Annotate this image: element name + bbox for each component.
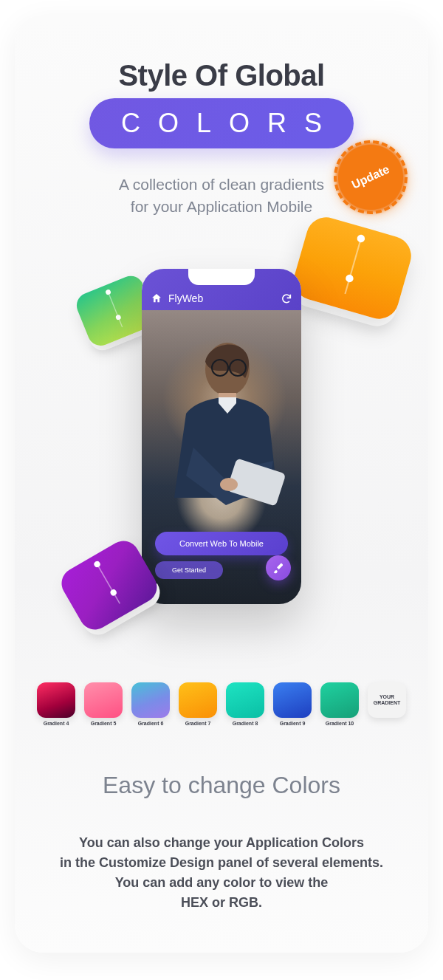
body-line-2: in the Customize Design panel of several… (60, 855, 383, 870)
swatch-gradient-9[interactable]: Gradient 9 (273, 682, 312, 726)
swatch-gradient-7[interactable]: Gradient 7 (179, 682, 217, 726)
body-line-3: You can add any color to view the (115, 875, 329, 890)
section-heading: Easy to change Colors (15, 772, 428, 799)
swatch-gradient-10[interactable]: Gradient 10 (320, 682, 359, 726)
title-pill: COLORS (89, 98, 354, 148)
swatch-gradient-5[interactable]: Gradient 5 (84, 682, 123, 726)
phone-content: Convert Web To Mobile Get Started (142, 310, 301, 604)
app-brand: FlyWeb (168, 292, 203, 304)
section-body: You can also change your Application Col… (15, 833, 428, 913)
convert-button[interactable]: Convert Web To Mobile (155, 532, 288, 555)
swatch-row: Gradient 4 Gradient 5 Gradient 6 Gradien… (15, 682, 428, 726)
get-started-button[interactable]: Get Started (155, 561, 223, 579)
page-title: Style Of Global (15, 59, 428, 92)
swatch-gradient-4[interactable]: Gradient 4 (37, 682, 75, 726)
phone-mockup: FlyWeb (142, 269, 301, 604)
body-line-1: You can also change your Application Col… (79, 835, 364, 850)
svg-point-3 (220, 478, 238, 491)
update-badge: Update (334, 140, 408, 214)
home-icon (151, 292, 162, 304)
hero-area: Gradient 3 Gradient 2 FlyWeb (15, 233, 428, 676)
phone-notch (188, 269, 255, 285)
gradient-tile-2: Gradient 2 (287, 213, 416, 331)
promo-card: Style Of Global COLORS Update A collecti… (15, 15, 428, 953)
fab-button[interactable] (266, 555, 291, 580)
subtitle-line-2: for your Application Mobile (131, 198, 312, 215)
swatch-gradient-6[interactable]: Gradient 6 (131, 682, 170, 726)
refresh-icon (281, 292, 292, 304)
swatch-gradient-8[interactable]: Gradient 8 (226, 682, 264, 726)
body-line-4: HEX or RGB. (181, 895, 262, 910)
title-pill-text: COLORS (103, 108, 340, 139)
brush-icon (272, 562, 284, 574)
subtitle-line-1: A collection of clean gradients (119, 176, 324, 193)
swatch-custom[interactable]: YOURGRADIENT (368, 682, 406, 726)
